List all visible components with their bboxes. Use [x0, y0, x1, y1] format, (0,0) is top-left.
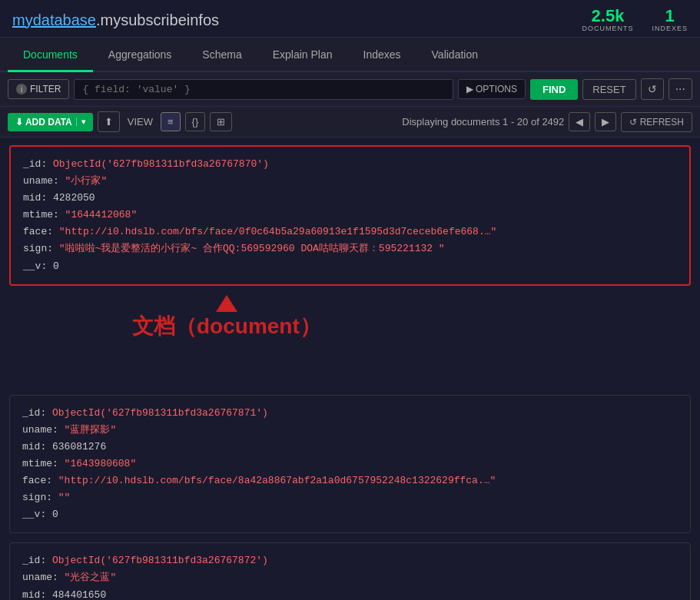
annotation: 文档（document）	[132, 295, 321, 341]
data-toolbar: ⬇ ADD DATA ▾ ⬆ VIEW ≡ {} ⊞ Displaying do…	[0, 107, 700, 138]
doc-wrapper-3: _id: ObjectId('627fb981311bfd3a26767872'…	[9, 542, 691, 600]
tab-indexes[interactable]: Indexes	[348, 38, 416, 72]
tab-schema[interactable]: Schema	[187, 38, 257, 72]
doc2-field-id: _id: ObjectId('627fb981311bfd3a26767871'…	[22, 405, 678, 422]
doc2-field-v: __v: 0	[22, 506, 678, 523]
tab-aggregations[interactable]: Aggregations	[93, 38, 187, 72]
add-data-label: ⬇ ADD DATA	[15, 117, 72, 128]
indexes-count: 1	[652, 8, 688, 25]
doc2-field-uname: uname: "蓝胖探影"	[22, 422, 678, 439]
doc2-field-face: face: "http://i0.hdslb.com/bfs/face/8a42…	[22, 472, 678, 489]
filter-input[interactable]	[74, 79, 453, 100]
tab-explain-plan[interactable]: Explain Plan	[257, 38, 348, 72]
next-page-button[interactable]: ▶	[595, 112, 616, 131]
annotation-text: 文档（document）	[132, 312, 321, 341]
header-stats: 2.5k DOCUMENTS 1 INDEXES	[582, 8, 688, 32]
indexes-stat: 1 INDEXES	[652, 8, 688, 32]
doc2-field-mtime: mtime: "1643980608"	[22, 456, 678, 472]
export-button[interactable]: ⬆	[98, 111, 120, 132]
document-card-3[interactable]: _id: ObjectId('627fb981311bfd3a26767872'…	[9, 542, 691, 600]
header-title: mydatabase.mysubscribeinfos	[12, 12, 219, 29]
collection-name: mysubscribeinfos	[101, 12, 220, 28]
doc-field-mtime: mtime: "1644412068"	[23, 207, 677, 224]
doc3-field-uname: uname: "光谷之蓝"	[22, 569, 678, 586]
documents-area: _id: ObjectId('627fb981311bfd3a26767870'…	[0, 138, 700, 600]
filter-label: FILTER	[30, 84, 61, 94]
options-button[interactable]: ▶ OPTIONS	[458, 79, 526, 99]
doc-wrapper-2: _id: ObjectId('627fb981311bfd3a26767871'…	[9, 395, 691, 534]
add-data-button[interactable]: ⬇ ADD DATA ▾	[8, 113, 93, 131]
reset-button[interactable]: RESET	[582, 79, 635, 100]
doc-field-v: __v: 0	[23, 258, 677, 275]
doc-wrapper-1: _id: ObjectId('627fb981311bfd3a26767870'…	[9, 145, 691, 341]
view-label: VIEW	[128, 116, 153, 128]
filter-button[interactable]: i FILTER	[8, 79, 69, 99]
nav-tabs: Documents Aggregations Schema Explain Pl…	[0, 38, 700, 72]
documents-stat: 2.5k DOCUMENTS	[582, 8, 633, 32]
history-button[interactable]: ↺	[641, 78, 664, 100]
tab-documents[interactable]: Documents	[8, 38, 93, 72]
view-list-button[interactable]: ≡	[161, 112, 181, 131]
doc-field-face: face: "http://i0.hdslb.com/bfs/face/0f0c…	[23, 224, 677, 240]
doc-field-uname: uname: "小行家"	[23, 173, 677, 190]
refresh-button[interactable]: ↺ REFRESH	[621, 112, 692, 132]
options-label: ▶ OPTIONS	[466, 84, 517, 94]
documents-count: 2.5k	[582, 8, 633, 25]
prev-page-button[interactable]: ◀	[569, 112, 590, 131]
more-options-button[interactable]: ···	[668, 78, 692, 100]
doc3-field-id: _id: ObjectId('627fb981311bfd3a26767872'…	[22, 552, 678, 569]
database-link[interactable]: mydatabase	[12, 12, 96, 28]
annotation-arrow-icon	[216, 295, 237, 312]
doc-field-sign: sign: "啦啦啦~我是爱整活的小行家~ 合作QQ:569592960 DOA…	[23, 240, 677, 257]
find-button[interactable]: FIND	[530, 79, 578, 100]
indexes-label: INDEXES	[652, 25, 688, 32]
filter-toolbar: i FILTER ▶ OPTIONS FIND RESET ↺ ···	[0, 72, 700, 107]
doc3-field-mid: mid: 484401650	[22, 587, 678, 601]
view-json-button[interactable]: {}	[185, 112, 206, 131]
doc2-field-sign: sign: ""	[22, 489, 678, 506]
info-icon: i	[16, 84, 27, 94]
annotation-container: 文档（document）	[9, 295, 691, 341]
pagination-info: Displaying documents 1 - 20 of 2492	[402, 116, 564, 128]
header: mydatabase.mysubscribeinfos 2.5k DOCUMEN…	[0, 0, 700, 38]
doc-field-id: _id: ObjectId('627fb981311bfd3a26767870'…	[23, 156, 677, 173]
document-card-1[interactable]: _id: ObjectId('627fb981311bfd3a26767870'…	[9, 145, 691, 286]
add-data-chevron-icon: ▾	[76, 118, 85, 126]
tab-validation[interactable]: Validation	[416, 38, 493, 72]
document-card-2[interactable]: _id: ObjectId('627fb981311bfd3a26767871'…	[9, 395, 691, 534]
doc2-field-mid: mid: 636081276	[22, 439, 678, 456]
view-table-button[interactable]: ⊞	[210, 112, 232, 131]
documents-label: DOCUMENTS	[582, 25, 633, 32]
doc-field-mid: mid: 4282050	[23, 190, 677, 207]
